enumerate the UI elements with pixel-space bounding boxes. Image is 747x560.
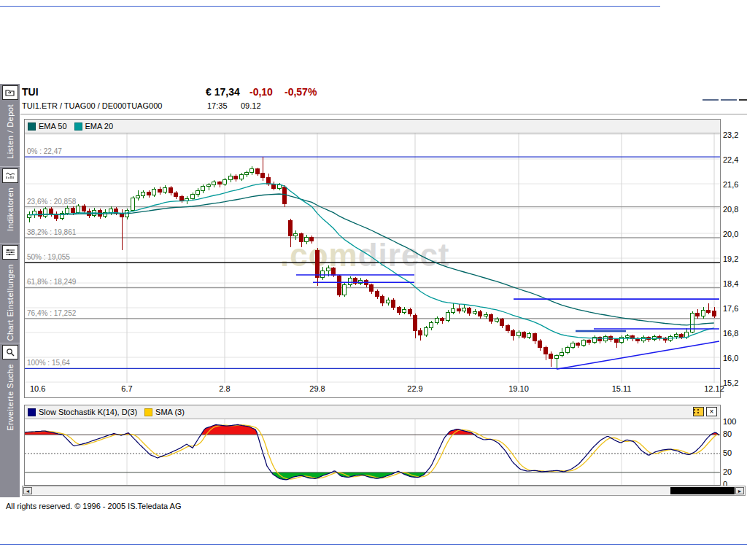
stochastic-swatch <box>28 408 36 416</box>
scrollbar-thumb[interactable] <box>670 487 735 494</box>
header-divider <box>20 114 747 114</box>
price-tick-label: 16,0 <box>723 354 738 362</box>
window-control-dash <box>739 99 747 101</box>
x-axis-labels: 10.66.72.829.822.919.1015.1112.12 <box>25 383 720 396</box>
x-axis-tick-label: 29.8 <box>304 384 330 393</box>
price-tick-label: 20,8 <box>723 205 738 214</box>
x-axis-tick-label: 15.11 <box>608 384 635 393</box>
sidebar-item-indikatoren[interactable]: Indikatoren <box>0 166 20 243</box>
price-tick-label: 15,2 <box>723 378 738 387</box>
window-control-dash <box>703 99 719 101</box>
scroll-right-arrow-icon[interactable]: ► <box>735 487 744 494</box>
x-axis-tick-label: 2.8 <box>212 384 238 393</box>
sidebar-item-label: Chart Einstellungen <box>6 264 15 341</box>
window-bottom-border <box>0 544 747 545</box>
price-tick-label: 22,4 <box>723 155 738 164</box>
search-icon <box>2 345 18 359</box>
sidebar-item-chart-einstellungen[interactable]: Chart Einstellungen <box>0 243 20 343</box>
stochastic-panel: Slow Stochastik K(14), D(3) SMA (3) × <box>24 405 721 486</box>
indicator-icon <box>2 168 18 183</box>
sidebar-item-label: Indikatoren <box>6 187 15 231</box>
instrument-symbol: TUI <box>22 86 39 98</box>
window-top-border <box>0 6 660 7</box>
price-tick-label: 19,2 <box>723 254 738 263</box>
window-control-dash <box>721 99 737 101</box>
svg-text:0% : 22,47: 0% : 22,47 <box>27 147 62 155</box>
instrument-codes: TUI1.ETR / TUAG00 / DE000TUAG000 <box>22 101 162 110</box>
legend-ema50: EMA 50 <box>28 122 67 131</box>
candlestick-chart: .comdirect0% : 22,4723,6% : 20,85838,2% … <box>25 133 720 383</box>
price-tick-label: 20,0 <box>723 230 738 238</box>
x-axis-tick-label: 22.9 <box>402 384 428 393</box>
sma-label: SMA (3) <box>155 408 185 416</box>
svg-text:100% : 15,64: 100% : 15,64 <box>27 359 70 367</box>
indicator-properties-button[interactable] <box>693 407 704 416</box>
price-tick-label: 18,4 <box>723 279 738 288</box>
price-axis: 23,222,421,620,820,019,218,417,616,816,0… <box>723 134 746 386</box>
svg-text:76,4% : 17,252: 76,4% : 17,252 <box>27 309 77 317</box>
svg-text:23,6% : 20,858: 23,6% : 20,858 <box>27 198 77 206</box>
legend-sma: SMA (3) <box>144 408 185 416</box>
stochastic-axis: 1008050200 <box>723 419 746 486</box>
stochastic-chart <box>25 419 720 485</box>
scroll-left-arrow-icon[interactable]: ◄ <box>23 487 32 494</box>
x-axis-tick-label: 6.7 <box>114 384 140 393</box>
sidebar-item-erweiterte-suche[interactable]: Erweiterte Suche <box>0 343 20 498</box>
stochastic-tick-label: 100 <box>723 417 736 426</box>
sidebar-item-listen-depot[interactable]: Listen / Depot <box>0 84 20 166</box>
legend-stochastic: Slow Stochastik K(14), D(3) <box>28 408 137 416</box>
folder-icon <box>2 85 18 100</box>
stochastic-tick-label: 20 <box>723 467 732 476</box>
stochastic-tick-label: 50 <box>723 448 732 457</box>
copyright-text: All rights reserved. © 1996 - 2005 IS.Te… <box>6 502 181 510</box>
price-tick-label: 16,8 <box>723 329 738 338</box>
sidebar: Listen / Depot Indikatoren Chart Einstel… <box>0 84 20 497</box>
quote-date: 09.12 <box>241 101 261 110</box>
price-tick-label: 23,2 <box>723 131 738 139</box>
x-axis-tick-label: 19.10 <box>506 384 532 393</box>
price-tick-label: 21,6 <box>723 180 738 189</box>
change-absolute: -0,10 <box>249 86 273 98</box>
sidebar-item-label: Erweiterte Suche <box>6 364 15 431</box>
last-price: € 17,34 <box>206 86 240 98</box>
application-window: TUI TUI1.ETR / TUAG00 / DE000TUAG000 € 1… <box>0 0 747 560</box>
indicator-close-button[interactable]: × <box>706 407 717 416</box>
x-axis-tick-label: 10.6 <box>30 384 45 393</box>
stochastic-legend: Slow Stochastik K(14), D(3) SMA (3) × <box>25 405 720 419</box>
svg-text:50% : 19,055: 50% : 19,055 <box>27 253 70 261</box>
price-chart-legend: EMA 50 EMA 20 <box>25 120 720 133</box>
svg-text:61,8% : 18,249: 61,8% : 18,249 <box>27 278 77 286</box>
sma-swatch <box>144 408 152 416</box>
ema50-label: EMA 50 <box>39 122 67 131</box>
stochastic-label: Slow Stochastik K(14), D(3) <box>39 408 137 416</box>
price-tick-label: 17,6 <box>723 304 738 313</box>
quote-time: 17:35 <box>207 101 228 110</box>
price-chart-panel: EMA 50 EMA 20 .comdirect0% : 22,4723,6% … <box>24 119 721 398</box>
ema20-label: EMA 20 <box>85 122 114 131</box>
chart-settings-icon <box>2 245 18 260</box>
legend-ema20: EMA 20 <box>74 122 114 131</box>
horizontal-scrollbar[interactable]: ◄ ► <box>22 486 746 496</box>
ema20-swatch <box>74 122 82 131</box>
ema50-swatch <box>28 122 36 131</box>
svg-text:38,2% : 19,861: 38,2% : 19,861 <box>27 228 77 236</box>
change-percent: -0,57% <box>285 86 317 98</box>
stochastic-tick-label: 80 <box>723 429 732 438</box>
sidebar-item-label: Listen / Depot <box>6 104 15 159</box>
